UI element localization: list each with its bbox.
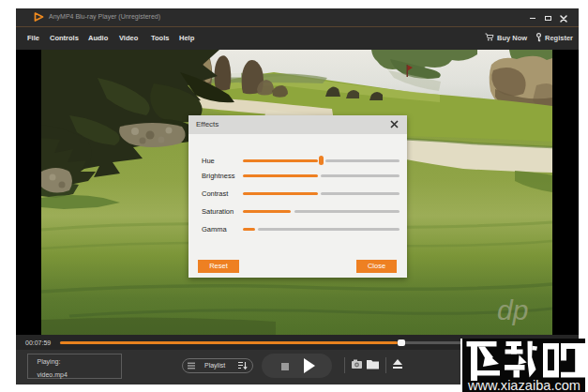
svg-text:dp: dp [497, 294, 528, 325]
svg-text:www.xiazaiba.com: www.xiazaiba.com [467, 378, 580, 392]
